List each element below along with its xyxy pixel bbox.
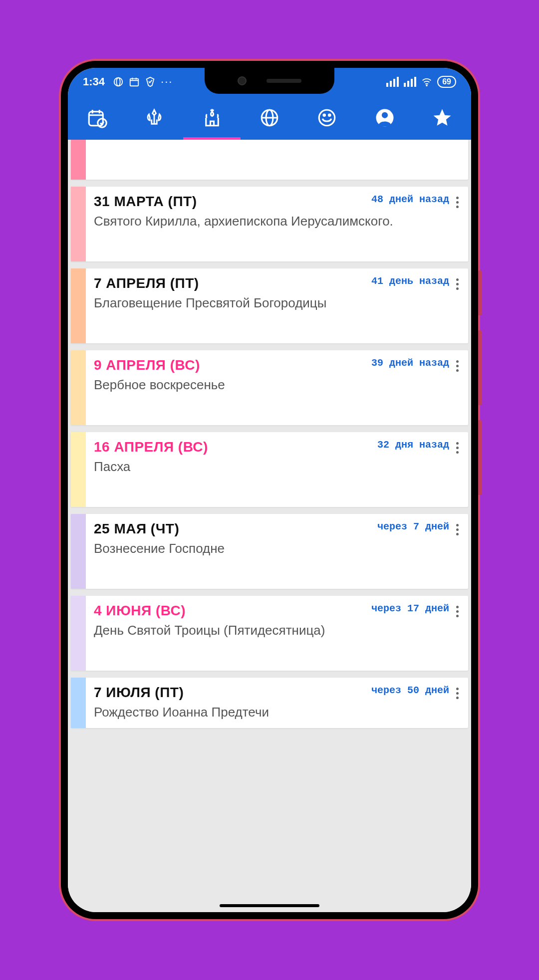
event-card-body: 7 АПРЕЛЯ (ПТ)41 день назадБлаговещение П… xyxy=(86,268,468,343)
nav-handle[interactable] xyxy=(220,904,319,907)
event-card-body: 31 МАРТА (ПТ)48 дней назадСвятого Кирилл… xyxy=(86,187,468,261)
event-relative-date: через 17 дней xyxy=(371,603,449,614)
svg-point-19 xyxy=(382,112,388,118)
more-options-icon[interactable] xyxy=(451,278,463,336)
event-card[interactable]: 25 МАЯ (ЧТ)через 7 днейВознесение Господ… xyxy=(71,514,468,589)
event-color-bar xyxy=(71,187,86,261)
tab-smile[interactable] xyxy=(298,96,356,140)
svg-point-17 xyxy=(329,114,331,116)
event-card[interactable]: 9 АПРЕЛЯ (ВС)39 дней назадВербное воскре… xyxy=(71,350,468,425)
svg-rect-2 xyxy=(130,79,139,86)
event-card[interactable]: 7 ИЮЛЯ (ПТ)через 50 днейРождество Иоанна… xyxy=(71,678,468,728)
event-card[interactable]: 7 АПРЕЛЯ (ПТ)41 день назадБлаговещение П… xyxy=(71,268,468,343)
event-description: Пасха xyxy=(94,458,449,476)
event-color-bar xyxy=(71,514,86,589)
tab-emblem[interactable] xyxy=(125,96,183,140)
event-card-body: 25 МАЯ (ЧТ)через 7 днейВознесение Господ… xyxy=(86,514,468,589)
more-options-icon[interactable] xyxy=(451,197,463,254)
event-date: 16 АПРЕЛЯ (ВС) xyxy=(94,439,208,455)
event-description: Рождество Иоанна Предтечи xyxy=(94,704,449,721)
svg-point-16 xyxy=(323,114,325,116)
event-date: 25 МАЯ (ЧТ) xyxy=(94,521,179,537)
event-date: 7 ИЮЛЯ (ПТ) xyxy=(94,685,184,701)
event-color-bar xyxy=(71,268,86,343)
event-relative-date: 39 дней назад xyxy=(371,357,449,369)
event-date: 9 АПРЕЛЯ (ВС) xyxy=(94,357,200,373)
side-button xyxy=(478,420,482,495)
more-options-icon[interactable] xyxy=(451,688,463,721)
event-relative-date: 41 день назад xyxy=(371,275,449,287)
tab-bar xyxy=(68,96,471,140)
event-color-bar xyxy=(71,140,86,180)
screen: 1:34 ··· xyxy=(68,68,471,912)
event-description: Святого Кирилла, архиепископа Иерусалимс… xyxy=(94,213,449,230)
more-options-icon[interactable] xyxy=(451,524,463,582)
event-relative-date: 32 дня назад xyxy=(377,439,449,451)
event-color-bar xyxy=(71,596,86,671)
status-time: 1:34 xyxy=(83,75,105,88)
event-date: 31 МАРТА (ПТ) xyxy=(94,194,197,210)
shield-status-icon xyxy=(145,76,156,87)
event-card-body: 4 ИЮНЯ (ВС)через 17 днейДень Святой Трои… xyxy=(86,596,468,671)
event-color-bar xyxy=(71,678,86,728)
tab-church[interactable] xyxy=(183,96,241,140)
side-button xyxy=(478,330,482,405)
opera-icon xyxy=(113,76,124,87)
event-color-bar xyxy=(71,350,86,425)
signal-bars-icon xyxy=(386,77,399,87)
more-options-icon[interactable] xyxy=(451,606,463,664)
svg-point-0 xyxy=(114,78,123,86)
event-description: Благовещение Пресвятой Богородицы xyxy=(94,294,449,312)
event-description: Вознесение Господне xyxy=(94,540,449,557)
more-options-icon[interactable] xyxy=(451,442,463,500)
event-relative-date: через 50 дней xyxy=(371,685,449,696)
svg-point-1 xyxy=(116,78,120,86)
event-card-body: 7 ИЮЛЯ (ПТ)через 50 днейРождество Иоанна… xyxy=(86,678,468,728)
event-date: 7 АПРЕЛЯ (ПТ) xyxy=(94,275,199,291)
svg-point-15 xyxy=(319,110,335,126)
event-description: День Святой Троицы (Пятидесятница) xyxy=(94,622,449,639)
side-button xyxy=(478,270,482,315)
more-status-icon: ··· xyxy=(161,75,173,88)
calendar-status-icon xyxy=(129,76,140,87)
svg-point-6 xyxy=(426,85,427,86)
event-description: Вербное воскресенье xyxy=(94,376,449,394)
event-card[interactable]: 4 ИЮНЯ (ВС)через 17 днейДень Святой Трои… xyxy=(71,596,468,671)
event-color-bar xyxy=(71,432,86,507)
battery-indicator: 69 xyxy=(437,76,456,88)
event-relative-date: через 7 дней xyxy=(377,521,449,532)
tab-person[interactable] xyxy=(356,96,413,140)
more-options-icon[interactable] xyxy=(451,360,463,418)
event-card[interactable]: 31 МАРТА (ПТ)48 дней назадСвятого Кирилл… xyxy=(71,187,468,261)
event-list[interactable]: 31 МАРТА (ПТ)48 дней назадСвятого Кирилл… xyxy=(68,140,471,912)
event-card-body: 16 АПРЕЛЯ (ВС)32 дня назадПасха xyxy=(86,432,468,507)
notch xyxy=(205,68,334,94)
tab-star[interactable] xyxy=(414,96,471,140)
event-card-body: 9 АПРЕЛЯ (ВС)39 дней назадВербное воскре… xyxy=(86,350,468,425)
wifi-icon xyxy=(421,76,432,87)
tab-indicator xyxy=(183,137,241,140)
event-date: 4 ИЮНЯ (ВС) xyxy=(94,603,186,619)
event-card[interactable] xyxy=(71,140,468,180)
tab-calendar[interactable] xyxy=(68,96,125,140)
phone-frame: 1:34 ··· xyxy=(61,61,478,919)
event-relative-date: 48 дней назад xyxy=(371,194,449,205)
signal-bars-icon-2 xyxy=(404,77,416,87)
event-card[interactable]: 16 АПРЕЛЯ (ВС)32 дня назадПасха xyxy=(71,432,468,507)
tab-globe[interactable] xyxy=(241,96,298,140)
